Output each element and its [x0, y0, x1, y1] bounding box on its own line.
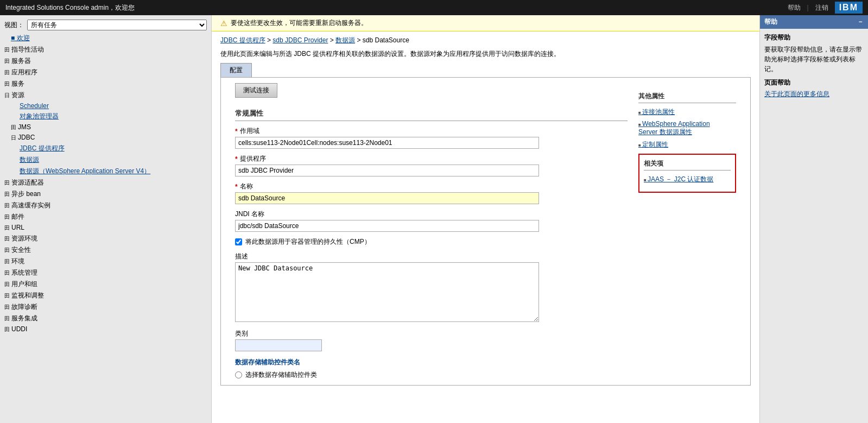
- sidebar-item-res-env[interactable]: 田资源环境: [0, 233, 211, 244]
- logout-link[interactable]: 注销: [815, 3, 828, 12]
- sidebar-item-monitor[interactable]: 田监视和调整: [0, 290, 211, 301]
- sidebar: 视图： 所有任务 ■ 欢迎 田指导性活动 田服务器 田应用程序 田服务 日资源 …: [0, 15, 212, 423]
- breadcrumb-jdbc-provider[interactable]: JDBC 提供程序: [220, 36, 265, 44]
- category-label: 类别: [235, 329, 628, 338]
- sidebar-item-scheduler[interactable]: Scheduler: [0, 101, 211, 111]
- left-column: 测试连接 常规属性 * 作用域 *: [235, 83, 628, 380]
- general-properties-header: 常规属性: [235, 109, 628, 121]
- sidebar-item-resource-adapter[interactable]: 田资源适配器: [0, 177, 211, 188]
- desc-group: 描述 New JDBC Datasource: [235, 252, 628, 324]
- sidebar-item-server[interactable]: 田服务器: [0, 55, 211, 67]
- ibm-logo: IBM: [835, 2, 863, 14]
- breadcrumb: JDBC 提供程序 > sdb JDBC Provider > 数据源 > sd…: [212, 31, 759, 47]
- help-close-icon[interactable]: －: [857, 17, 864, 27]
- sidebar-item-obj-pool[interactable]: 对象池管理器: [0, 111, 211, 122]
- page-help-link[interactable]: 关于此页面的更多信息: [764, 90, 829, 98]
- sidebar-item-jms[interactable]: 田JMS: [0, 122, 211, 132]
- sidebar-item-cache[interactable]: 田高速缓存实例: [0, 200, 211, 211]
- help-panel: 帮助 － 字段帮助 要获取字段帮助信息，请在显示带助光标时选择字段标签或列表标记…: [759, 15, 868, 423]
- field-help-text: 要获取字段帮助信息，请在显示带助光标时选择字段标签或列表标记。: [764, 45, 864, 74]
- page-description: 使用此页面来编辑与所选 JDBC 提供程序相关联的数据源的设置。数据源对象为应用…: [212, 47, 759, 63]
- required-provider: *: [235, 155, 238, 163]
- warning-icon: ⚠: [220, 19, 227, 28]
- desc-textarea[interactable]: New JDBC Datasource: [235, 262, 539, 322]
- sidebar-item-resource[interactable]: 日资源: [0, 90, 211, 101]
- datastore-radio-label: 选择数据存储辅助控件类: [245, 370, 317, 380]
- category-input[interactable]: [235, 339, 322, 351]
- top-bar-title: Integrated Solutions Console admin，欢迎您: [5, 3, 135, 12]
- field-help-title: 字段帮助: [764, 33, 864, 42]
- help-panel-title: 帮助: [764, 17, 777, 27]
- sidebar-item-datasource-v4[interactable]: 数据源（WebSphere Application Server V4）: [0, 166, 211, 177]
- sidebar-item-sys-admin[interactable]: 田系统管理: [0, 267, 211, 279]
- right-column: 其他属性 连接池属性 WebSphere ApplicationServer 数…: [638, 83, 736, 380]
- help-link[interactable]: 帮助: [788, 3, 801, 12]
- sidebar-item-url[interactable]: 田URL: [0, 223, 211, 233]
- sidebar-item-datasource[interactable]: 数据源: [0, 154, 211, 166]
- required-name: *: [235, 183, 238, 191]
- name-group: * 名称: [235, 182, 628, 204]
- sidebar-item-uddi[interactable]: 田UDDI: [0, 324, 211, 334]
- related-box: 相关项 JAAS － J2C 认证数据: [638, 154, 736, 193]
- test-connection-button[interactable]: 测试连接: [235, 83, 277, 98]
- datastore-radio-row: 选择数据存储辅助控件类: [235, 370, 628, 380]
- sidebar-item-service-integration[interactable]: 田服务集成: [0, 313, 211, 324]
- scope-input[interactable]: [235, 137, 539, 149]
- page-help-title: 页面帮助: [764, 78, 864, 87]
- warning-text: 要使这些更改生效，可能需要重新启动服务器。: [231, 18, 368, 28]
- warning-bar: ⚠ 要使这些更改生效，可能需要重新启动服务器。: [212, 15, 759, 31]
- provider-group: * 提供程序: [235, 154, 628, 176]
- sidebar-item-jdbc[interactable]: 日JDBC: [0, 132, 211, 143]
- jndi-input[interactable]: [235, 220, 539, 232]
- sidebar-item-async-bean[interactable]: 田异步 bean: [0, 188, 211, 200]
- breadcrumb-current: > sdb DataSource: [357, 36, 409, 44]
- sidebar-item-welcome[interactable]: ■ 欢迎: [0, 33, 211, 44]
- required-scope: *: [235, 128, 238, 135]
- config-tab-area: 配置: [212, 63, 759, 77]
- cmp-row: 将此数据源用于容器管理的持久性（CMP）: [235, 237, 628, 247]
- help-header: 帮助 －: [760, 15, 868, 29]
- sidebar-item-troubleshoot[interactable]: 田故障诊断: [0, 301, 211, 313]
- websphere-props-link[interactable]: WebSphere ApplicationServer 数据源属性: [638, 120, 736, 137]
- main-panel: 测试连接 常规属性 * 作用域 *: [220, 77, 751, 386]
- related-header: 相关项: [644, 159, 731, 171]
- view-select[interactable]: 所有任务: [27, 20, 207, 30]
- jaas-link[interactable]: JAAS － J2C 认证数据: [644, 175, 731, 184]
- breadcrumb-datasource[interactable]: 数据源: [335, 36, 355, 44]
- name-input[interactable]: [235, 192, 539, 204]
- custom-props-link[interactable]: 定制属性: [638, 140, 736, 149]
- provider-label: * 提供程序: [235, 154, 628, 163]
- sidebar-item-jdbc-provider[interactable]: JDBC 提供程序: [0, 143, 211, 154]
- sidebar-item-user-group[interactable]: 田用户和组: [0, 279, 211, 290]
- sidebar-item-service[interactable]: 田服务: [0, 78, 211, 90]
- other-properties-header: 其他属性: [638, 92, 736, 103]
- desc-label: 描述: [235, 252, 628, 261]
- conn-pool-link[interactable]: 连接池属性: [638, 108, 736, 117]
- cmp-label: 将此数据源用于容器管理的持久性（CMP）: [245, 237, 371, 247]
- top-bar: Integrated Solutions Console admin，欢迎您 帮…: [0, 0, 868, 15]
- breadcrumb-sep2: >: [330, 36, 335, 44]
- sidebar-item-mail[interactable]: 田邮件: [0, 211, 211, 223]
- scope-group: * 作用域: [235, 127, 628, 149]
- breadcrumb-sdb-jdbc-provider[interactable]: sdb JDBC Provider: [273, 36, 328, 44]
- provider-input[interactable]: [235, 165, 539, 176]
- category-group: 类别: [235, 329, 628, 351]
- config-tab[interactable]: 配置: [220, 63, 252, 77]
- breadcrumb-sep1: >: [267, 36, 273, 44]
- name-label: * 名称: [235, 182, 628, 191]
- content-main: ⚠ 要使这些更改生效，可能需要重新启动服务器。 JDBC 提供程序 > sdb …: [212, 15, 759, 423]
- sidebar-item-security[interactable]: 田安全性: [0, 244, 211, 256]
- cmp-checkbox[interactable]: [235, 238, 242, 245]
- sidebar-item-guided[interactable]: 田指导性活动: [0, 44, 211, 55]
- jndi-group: JNDI 名称: [235, 210, 628, 232]
- sidebar-item-app[interactable]: 田应用程序: [0, 67, 211, 78]
- datastore-header: 数据存储辅助控件类名: [235, 358, 628, 367]
- scope-label: * 作用域: [235, 127, 628, 136]
- datastore-radio[interactable]: [235, 371, 242, 378]
- jndi-label: JNDI 名称: [235, 210, 628, 219]
- view-label: 视图：: [4, 21, 24, 30]
- sidebar-item-environment[interactable]: 田环境: [0, 256, 211, 267]
